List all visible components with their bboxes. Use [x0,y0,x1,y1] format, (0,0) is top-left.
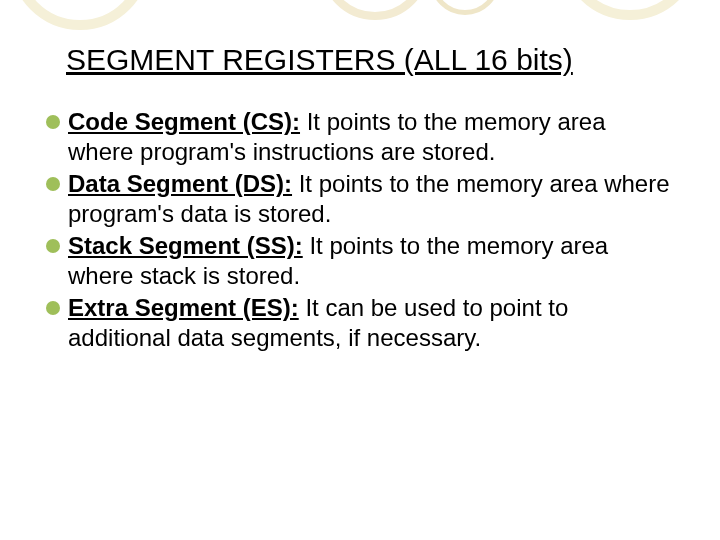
slide: SEGMENT REGISTERS (ALL 16 bits) Code Seg… [0,0,720,540]
decor-circle-icon [560,0,700,20]
bullet-icon [46,115,60,129]
decor-circle-icon [10,0,150,30]
list-item: Extra Segment (ES): It can be used to po… [46,293,674,353]
bullet-icon [46,239,60,253]
term: Extra Segment (ES): [68,294,299,321]
slide-title: SEGMENT REGISTERS (ALL 16 bits) [66,43,684,77]
bullet-icon [46,301,60,315]
list-item: Code Segment (CS): It points to the memo… [46,107,674,167]
list-item-text: Code Segment (CS): It points to the memo… [68,107,674,167]
bullet-list: Code Segment (CS): It points to the memo… [36,107,684,353]
term: Stack Segment (SS): [68,232,303,259]
decor-circle-icon [430,0,500,15]
list-item: Data Segment (DS): It points to the memo… [46,169,674,229]
decor-circle-icon [320,0,430,20]
bullet-icon [46,177,60,191]
term: Data Segment (DS): [68,170,292,197]
list-item-text: Data Segment (DS): It points to the memo… [68,169,674,229]
list-item-text: Extra Segment (ES): It can be used to po… [68,293,674,353]
list-item-text: Stack Segment (SS): It points to the mem… [68,231,674,291]
list-item: Stack Segment (SS): It points to the mem… [46,231,674,291]
term: Code Segment (CS): [68,108,300,135]
